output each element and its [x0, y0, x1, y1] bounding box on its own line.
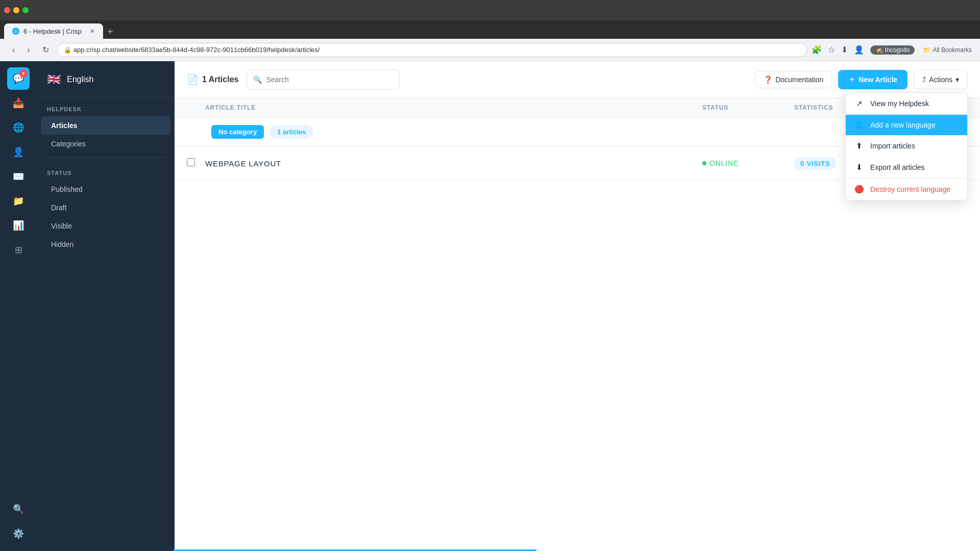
external-link-icon: ↗ — [854, 99, 864, 108]
tab-close-icon[interactable]: ✕ — [90, 28, 95, 35]
tab-favicon: 6 — [12, 28, 19, 35]
upload-icon: ⬆ — [854, 141, 864, 151]
browser-tab-active[interactable]: 6 6 - Helpdesk | Crisp ✕ — [4, 23, 103, 39]
globe-add-icon: 🌐 — [854, 121, 864, 129]
bookmark-icon[interactable]: ☆ — [828, 45, 835, 55]
close-window-btn[interactable] — [4, 7, 10, 13]
hidden-label: Hidden — [51, 240, 74, 248]
language-label: English — [67, 75, 93, 84]
extensions-icon[interactable]: 🧩 — [812, 45, 822, 55]
status-online-dot — [702, 161, 706, 165]
question-icon: ❓ — [764, 76, 772, 84]
actions-label: Actions — [929, 76, 952, 84]
search-bar-icon: 🔍 — [253, 76, 262, 84]
incognito-label: Incognito — [885, 46, 910, 54]
language-selector[interactable]: 🇬🇧 English — [37, 61, 175, 98]
main-content: 📄 1 Articles 🔍 ❓ Documentation ＋ New Art… — [175, 61, 980, 551]
back-button[interactable]: ‹ — [8, 43, 19, 57]
import-articles-label: Import articles — [870, 142, 915, 150]
address-bar[interactable]: 🔒 app.crisp.chat/website/6833ae5b-844d-4… — [57, 43, 807, 57]
article-checkbox[interactable] — [187, 158, 205, 168]
status-section-title: STATUS — [37, 162, 175, 180]
share-icon: ⤴ — [922, 76, 926, 84]
address-text: app.crisp.chat/website/6833ae5b-844d-4c9… — [74, 46, 320, 54]
analytics-icon: 📊 — [13, 220, 24, 231]
articles-count-text: 1 Articles — [202, 75, 238, 84]
sidebar-icon-search[interactable]: 🔍 — [7, 498, 30, 520]
download-icon[interactable]: ⬇ — [841, 45, 848, 55]
bookmarks-icon: 📁 — [923, 46, 930, 54]
sidebar-icon-contacts[interactable]: 👤 — [7, 141, 30, 163]
new-tab-button[interactable]: + — [107, 26, 113, 39]
dropdown-item-export-articles[interactable]: ⬇ Export all articles — [846, 157, 967, 178]
visible-label: Visible — [51, 222, 72, 230]
browser-tab-bar: 6 6 - Helpdesk | Crisp ✕ + — [0, 20, 980, 39]
bookmarks-label: All Bookmarks — [933, 46, 972, 54]
sidebar-icon-globe[interactable]: 🌐 — [7, 116, 30, 139]
sidebar-item-categories[interactable]: Categories — [41, 135, 170, 153]
dropdown-item-destroy-language[interactable]: 🔴 Destroy current language — [846, 179, 967, 200]
actions-dropdown-menu: ↗ View my Helpdesk 🌐 Add a new language … — [845, 92, 968, 201]
incognito-icon: 🕵 — [875, 46, 883, 54]
nav-icons: 🧩 ☆ ⬇ 👤 🕵 Incognito — [812, 45, 915, 55]
new-article-button[interactable]: ＋ New Article — [838, 70, 908, 89]
sidebar-item-articles[interactable]: Articles — [41, 116, 170, 135]
dropdown-item-add-language[interactable]: 🌐 Add a new language — [846, 115, 967, 135]
notification-badge: 6 — [19, 69, 28, 78]
profile-icon[interactable]: 👤 — [854, 45, 864, 55]
chevron-down-icon: ▾ — [955, 76, 959, 84]
dropdown-item-import-articles[interactable]: ⬆ Import articles — [846, 135, 967, 157]
destroy-language-label: Destroy current language — [870, 185, 950, 193]
files-icon: 📁 — [13, 195, 24, 207]
actions-button[interactable]: ⤴ Actions ▾ — [914, 70, 968, 89]
danger-icon: 🔴 — [854, 185, 864, 194]
settings-icon: ⚙️ — [13, 528, 24, 539]
header-status: STATUS — [702, 104, 794, 111]
bookmarks-bar: 📁 All Bookmarks — [923, 46, 972, 54]
sidebar-icon-analytics[interactable]: 📊 — [7, 214, 30, 237]
plus-icon: ＋ — [848, 75, 855, 84]
sidebar-item-published[interactable]: Published — [41, 180, 170, 198]
new-article-label: New Article — [859, 76, 897, 84]
export-articles-label: Export all articles — [870, 163, 925, 171]
no-category-badge[interactable]: No category — [211, 125, 264, 139]
articles-count: 📄 1 Articles — [187, 74, 238, 85]
sidebar-icon-plugins[interactable]: ⊞ — [7, 239, 30, 261]
flag-icon: 🇬🇧 — [47, 73, 61, 86]
article-checkbox-input[interactable] — [187, 158, 195, 166]
main-header: 📄 1 Articles 🔍 ❓ Documentation ＋ New Art… — [175, 61, 980, 98]
article-status: Online — [702, 159, 794, 167]
maximize-window-btn[interactable] — [22, 7, 29, 13]
dropdown-item-view-helpdesk[interactable]: ↗ View my Helpdesk — [846, 93, 967, 114]
sidebar-icon-files[interactable]: 📁 — [7, 190, 30, 212]
forward-button[interactable]: › — [23, 43, 34, 57]
icon-sidebar: 💬 6 📥 🌐 👤 ✉️ 📁 📊 ⊞ 🔍 ⚙️ — [0, 61, 37, 551]
document-icon: 📄 — [187, 74, 198, 85]
incognito-button[interactable]: 🕵 Incognito — [870, 45, 915, 55]
sidebar-icon-settings[interactable]: ⚙️ — [7, 522, 30, 545]
sidebar-icon-chat[interactable]: 💬 6 — [7, 67, 30, 90]
search-bar[interactable]: 🔍 — [247, 69, 400, 90]
sidebar-icon-send[interactable]: ✉️ — [7, 165, 30, 188]
helpdesk-section-title: HELPDESK — [37, 98, 175, 116]
header-actions: ❓ Documentation ＋ New Article ⤴ Actions … — [755, 70, 968, 89]
sidebar-item-draft[interactable]: Draft — [41, 198, 170, 217]
refresh-button[interactable]: ↻ — [38, 43, 53, 57]
sidebar-item-hidden[interactable]: Hidden — [41, 235, 170, 254]
documentation-button[interactable]: ❓ Documentation — [755, 71, 832, 88]
sidebar-icon-inbox[interactable]: 📥 — [7, 92, 30, 114]
tab-title: 6 - Helpdesk | Crisp — [23, 28, 82, 35]
articles-count-badge[interactable]: 1 articles — [270, 125, 313, 139]
docs-label: Documentation — [775, 76, 823, 84]
search-input[interactable] — [266, 76, 393, 84]
download-articles-icon: ⬇ — [854, 163, 864, 172]
plugins-icon: ⊞ — [15, 244, 22, 256]
minimize-window-btn[interactable] — [13, 7, 19, 13]
article-title[interactable]: Webpage Layout — [205, 159, 702, 168]
view-helpdesk-label: View my Helpdesk — [870, 99, 929, 108]
lock-icon: 🔒 — [64, 46, 71, 54]
draft-label: Draft — [51, 204, 66, 212]
sidebar-item-visible[interactable]: Visible — [41, 217, 170, 235]
send-icon: ✉️ — [13, 171, 24, 182]
articles-label: Articles — [51, 121, 77, 130]
